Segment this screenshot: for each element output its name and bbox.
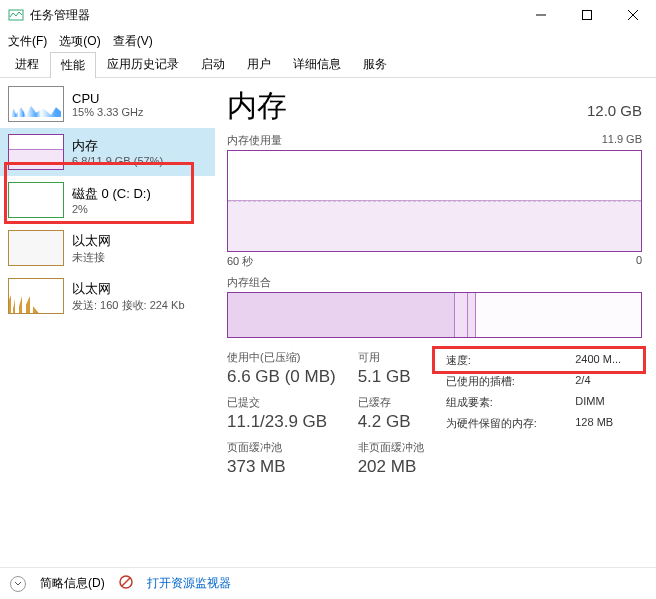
avail-value: 5.1 GB: [358, 367, 424, 387]
svg-line-6: [122, 578, 130, 586]
sidebar-item-ethernet-2[interactable]: 以太网 发送: 160 接收: 224 Kb: [0, 272, 215, 320]
menu-options[interactable]: 选项(O): [59, 33, 100, 50]
in-use-label: 使用中(已压缩): [227, 350, 336, 365]
sidebar-item-cpu[interactable]: CPU 15% 3.33 GHz: [0, 80, 215, 128]
menubar: 文件(F) 选项(O) 查看(V): [0, 30, 656, 52]
sidebar-item-label: 内存 6.8/11.9 GB (57%): [72, 137, 163, 167]
commit-value: 11.1/23.9 GB: [227, 412, 336, 432]
footer: 简略信息(D) 打开资源监视器: [0, 567, 656, 599]
menu-view[interactable]: 查看(V): [113, 33, 153, 50]
window-title: 任务管理器: [30, 7, 518, 24]
x-left: 60 秒: [227, 254, 253, 269]
ethernet-thumb: [8, 230, 64, 266]
slots-value: 2/4: [569, 371, 642, 392]
resmon-icon[interactable]: [119, 575, 133, 592]
page-title: 内存: [227, 86, 287, 127]
disk-thumb: [8, 182, 64, 218]
chevron-down-icon[interactable]: [10, 576, 26, 592]
tab-details[interactable]: 详细信息: [282, 51, 352, 77]
avail-label: 可用: [358, 350, 424, 365]
usage-scale-max: 11.9 GB: [602, 133, 642, 148]
svg-rect-2: [583, 11, 592, 20]
reserved-value: 128 MB: [569, 413, 642, 434]
memory-thumb: [8, 134, 64, 170]
menu-file[interactable]: 文件(F): [8, 33, 47, 50]
paged-label: 页面缓冲池: [227, 440, 336, 455]
close-button[interactable]: [610, 0, 656, 30]
x-right: 0: [636, 254, 642, 269]
tab-users[interactable]: 用户: [236, 51, 282, 77]
slots-label: 已使用的插槽:: [440, 371, 570, 392]
tabs: 进程 性能 应用历史记录 启动 用户 详细信息 服务: [0, 52, 656, 78]
taskmgr-icon: [8, 7, 24, 23]
cpu-thumb: [8, 86, 64, 122]
tab-services[interactable]: 服务: [352, 51, 398, 77]
sidebar-item-ethernet-1[interactable]: 以太网 未连接: [0, 224, 215, 272]
speed-value: 2400 M...: [569, 350, 642, 371]
main-pane: 内存 12.0 GB 内存使用量 11.9 GB 60 秒 0 内存组合 使用中…: [215, 78, 656, 567]
titlebar: 任务管理器: [0, 0, 656, 30]
maximize-button[interactable]: [564, 0, 610, 30]
in-use-value: 6.6 GB (0 MB): [227, 367, 336, 387]
speed-label: 速度:: [440, 350, 570, 371]
memory-composition-bar: [227, 292, 642, 338]
tab-app-history[interactable]: 应用历史记录: [96, 51, 190, 77]
usage-label: 内存使用量: [227, 133, 282, 148]
form-value: DIMM: [569, 392, 642, 413]
composition-label: 内存组合: [227, 275, 271, 290]
nonpaged-label: 非页面缓冲池: [358, 440, 424, 455]
tab-startup[interactable]: 启动: [190, 51, 236, 77]
ethernet-thumb: [8, 278, 64, 314]
sidebar-item-label: 磁盘 0 (C: D:) 2%: [72, 185, 151, 215]
reserved-label: 为硬件保留的内存:: [440, 413, 570, 434]
commit-label: 已提交: [227, 395, 336, 410]
cached-label: 已缓存: [358, 395, 424, 410]
sidebar-item-label: 以太网 发送: 160 接收: 224 Kb: [72, 280, 185, 313]
minimize-button[interactable]: [518, 0, 564, 30]
tab-processes[interactable]: 进程: [4, 51, 50, 77]
fewer-details-link[interactable]: 简略信息(D): [40, 575, 105, 592]
memory-usage-graph: [227, 150, 642, 252]
stats-right: 速度:2400 M... 已使用的插槽:2/4 组成要素:DIMM 为硬件保留的…: [440, 350, 642, 477]
capacity: 12.0 GB: [587, 102, 642, 119]
sidebar-item-label: 以太网 未连接: [72, 232, 111, 265]
form-label: 组成要素:: [440, 392, 570, 413]
nonpaged-value: 202 MB: [358, 457, 424, 477]
content: CPU 15% 3.33 GHz 内存 6.8/11.9 GB (57%) 磁盘…: [0, 78, 656, 567]
cached-value: 4.2 GB: [358, 412, 424, 432]
paged-value: 373 MB: [227, 457, 336, 477]
sidebar-item-disk[interactable]: 磁盘 0 (C: D:) 2%: [0, 176, 215, 224]
tab-performance[interactable]: 性能: [50, 52, 96, 78]
sidebar-item-memory[interactable]: 内存 6.8/11.9 GB (57%): [0, 128, 215, 176]
sidebar-item-label: CPU 15% 3.33 GHz: [72, 91, 144, 118]
open-resmon-link[interactable]: 打开资源监视器: [147, 575, 231, 592]
sidebar: CPU 15% 3.33 GHz 内存 6.8/11.9 GB (57%) 磁盘…: [0, 78, 215, 567]
stats-left: 使用中(已压缩)6.6 GB (0 MB) 可用5.1 GB 已提交11.1/2…: [227, 350, 424, 477]
